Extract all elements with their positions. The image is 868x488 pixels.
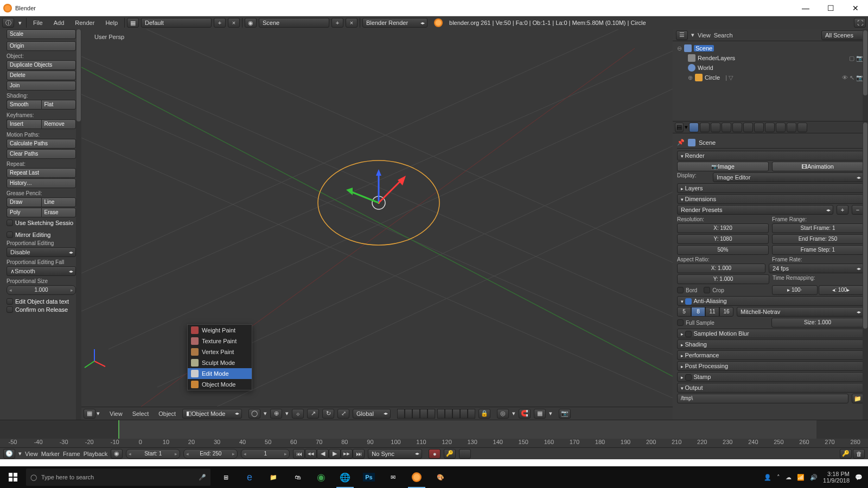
maximize-button[interactable]: ☐ <box>818 0 843 16</box>
tab-constraints[interactable] <box>732 123 742 132</box>
tab-texture[interactable] <box>776 123 786 132</box>
orientation-dropdown[interactable]: Global◂▸ <box>353 409 391 419</box>
blender-taskbar-icon[interactable] <box>405 466 429 488</box>
tl-end[interactable]: End: 250 <box>183 449 238 459</box>
pin-icon[interactable]: 📌 <box>677 139 685 146</box>
autokey-record[interactable]: ● <box>429 449 441 459</box>
fps-dropdown[interactable]: 24 fps◂▸ <box>769 264 864 273</box>
join-button[interactable]: Join <box>7 81 76 91</box>
tl-playback[interactable]: Playback <box>84 451 108 457</box>
crop-check[interactable]: Crop <box>712 287 724 293</box>
scene-remove-button[interactable]: × <box>346 18 358 28</box>
display-mode[interactable]: Image Editor◂▸ <box>713 172 864 182</box>
render-engine-dropdown[interactable]: Blender Render◂▸ <box>362 18 427 28</box>
tray-up-icon[interactable]: ˄ <box>777 474 780 481</box>
prop-falloff-mode[interactable]: ∧ Smooth◂▸ <box>7 266 76 276</box>
layer-buttons[interactable] <box>397 409 475 419</box>
explorer-icon[interactable]: 📁 <box>261 466 285 488</box>
outliner-circle[interactable]: Circle <box>705 74 720 81</box>
border-check[interactable]: Bord <box>686 287 697 293</box>
keying-set-icon[interactable]: 🔑 <box>444 449 456 459</box>
confirm-release-check[interactable]: Confirm on Release <box>7 306 76 313</box>
key-prev[interactable]: ◂◂ <box>305 449 317 459</box>
render-image-button[interactable]: 📷 Image <box>677 162 769 171</box>
panel-smb[interactable]: Sampled Motion Blur <box>677 329 864 338</box>
duplicate-button[interactable]: Duplicate Objects <box>7 60 76 70</box>
res-x[interactable]: X: 1920 <box>677 223 769 233</box>
manipulator-toggle[interactable]: ⟐ <box>292 409 304 419</box>
mode-texture-paint[interactable]: Texture Paint <box>188 336 252 346</box>
outliner-view-menu[interactable]: View <box>698 32 711 38</box>
layout-remove-button[interactable]: × <box>228 18 240 28</box>
mode-edit[interactable]: Edit Mode <box>188 368 252 379</box>
manip-translate[interactable]: ↗ <box>307 409 319 419</box>
res-y[interactable]: Y: 1080 <box>677 234 769 244</box>
render-anim-button[interactable]: 🎞 Animation <box>772 162 864 171</box>
tl-current[interactable]: 1 <box>241 449 290 459</box>
tab-material[interactable] <box>765 123 775 132</box>
layout-dropdown[interactable]: Default <box>141 18 212 28</box>
key-next[interactable]: ▸▸ <box>341 449 353 459</box>
tab-modifiers[interactable] <box>743 123 753 132</box>
tab-scene[interactable] <box>700 123 710 132</box>
menu-render[interactable]: Render <box>71 16 99 29</box>
panel-stamp[interactable]: Stamp <box>677 372 864 382</box>
vp-view-menu[interactable]: View <box>106 410 126 417</box>
mode-dropdown[interactable]: ◧ Object Mode◂▸ <box>182 409 242 419</box>
res-pct[interactable]: 50% <box>677 245 769 255</box>
key-insert-icon[interactable]: 🔑 <box>840 449 852 459</box>
mirror-editing-check[interactable]: Mirror Editing <box>7 232 76 238</box>
timeline-editor-icon[interactable]: 🕒 <box>3 449 15 459</box>
sync-mode[interactable]: No Sync◂▸ <box>368 449 422 459</box>
delete-button[interactable]: Delete <box>7 70 76 80</box>
render-presets[interactable]: Render Presets◂▸ <box>677 205 833 215</box>
key-delete-icon[interactable]: 🗑 <box>853 449 865 459</box>
play[interactable]: ▶ <box>329 449 341 459</box>
pivot-icon[interactable]: ⊕ <box>270 409 282 419</box>
origin-button[interactable]: Origin <box>7 41 76 51</box>
tab-data[interactable] <box>754 123 764 132</box>
editor-type-icon[interactable]: ⓘ <box>2 18 14 28</box>
app-icon-1[interactable]: ◉ <box>309 466 333 488</box>
props-scrollbar[interactable] <box>863 121 868 420</box>
jump-start[interactable]: ⏮ <box>293 449 305 459</box>
panel-shading[interactable]: Shading <box>677 339 864 349</box>
toolshelf-scrollbar[interactable] <box>76 29 81 420</box>
outliner-search-menu[interactable]: Search <box>714 32 733 38</box>
scene-dropdown[interactable]: Scene <box>259 18 329 28</box>
outliner-editor-icon[interactable]: ☰ <box>676 30 688 40</box>
remap-old[interactable]: ▸ 100· <box>772 285 818 295</box>
paint-icon[interactable]: 🎨 <box>429 466 452 488</box>
panel-render[interactable]: Render <box>677 151 864 160</box>
scene-add-button[interactable]: + <box>331 18 343 28</box>
output-browse[interactable]: 📁 <box>852 394 864 403</box>
jump-end[interactable]: ⏭ <box>353 449 365 459</box>
aspect-x[interactable]: X: 1.000 <box>677 264 765 273</box>
timeline-ruler[interactable]: -50-40-30-20-100102030405060708090100110… <box>0 439 868 447</box>
remap-new[interactable]: ◂: 100▸ <box>819 285 864 295</box>
aa-size[interactable]: Size: 1.000 <box>771 318 864 328</box>
gp-line-button[interactable]: Line <box>41 197 76 207</box>
repeat-last-button[interactable]: Repeat Last <box>7 168 76 178</box>
volume-icon[interactable]: 🔊 <box>810 474 818 481</box>
outliner-world[interactable]: World <box>698 65 713 71</box>
mode-vertex-paint[interactable]: Vertex Paint <box>188 346 252 357</box>
wifi-icon[interactable]: 📶 <box>797 474 805 481</box>
3d-viewport[interactable]: User Persp <box>81 29 673 420</box>
aa-samples[interactable]: 581116 <box>677 307 733 317</box>
output-path[interactable]: /tmp\ <box>677 394 848 403</box>
clear-paths-button[interactable]: Clear Paths <box>7 149 76 159</box>
start-frame[interactable]: Start Frame: 1 <box>772 223 864 233</box>
edit-datablock-check[interactable]: Edit Object data text <box>7 298 76 305</box>
tab-object[interactable] <box>722 123 731 132</box>
outliner-scrollbar[interactable] <box>863 29 868 121</box>
store-icon[interactable]: 🛍 <box>285 466 309 488</box>
sketch-session-check[interactable]: Use Sketching Sessio <box>7 220 76 226</box>
tab-particles[interactable] <box>787 123 796 132</box>
menu-file[interactable]: File <box>29 16 47 29</box>
down-arrow-icon[interactable]: ▾ <box>16 18 24 28</box>
gp-poly-button[interactable]: Poly <box>7 208 41 217</box>
tab-world[interactable] <box>711 123 720 132</box>
tl-start[interactable]: Start: 1 <box>126 449 180 459</box>
gp-erase-button[interactable]: Erase <box>41 208 76 217</box>
